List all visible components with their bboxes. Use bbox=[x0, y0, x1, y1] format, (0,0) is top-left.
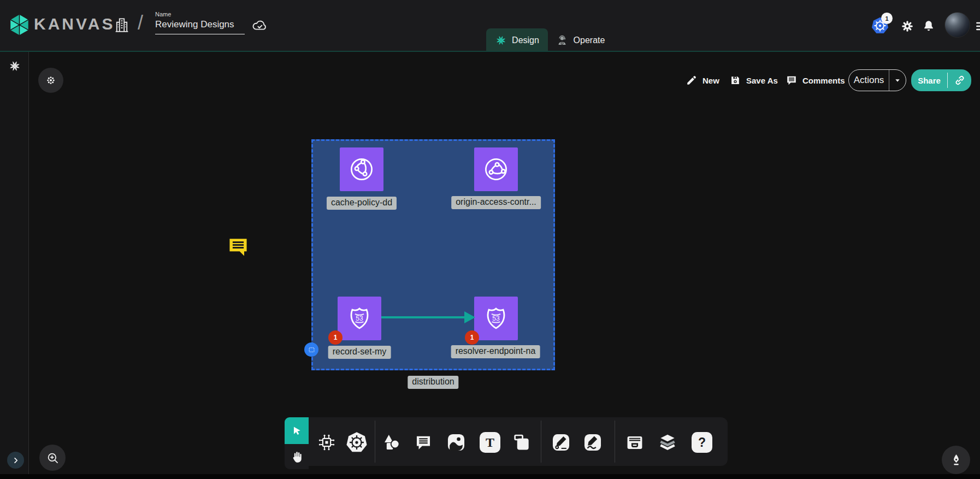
pencil-new-icon bbox=[686, 74, 698, 86]
actions-split-button[interactable]: Actions bbox=[848, 69, 906, 91]
dock-tool-column bbox=[285, 417, 309, 469]
actions-dropdown-toggle[interactable] bbox=[889, 70, 906, 91]
edge-arrowhead bbox=[464, 311, 475, 323]
shapes-icon bbox=[381, 432, 402, 453]
share-split-button[interactable]: Share bbox=[911, 69, 971, 91]
tab-operate[interactable]: Operate bbox=[550, 28, 611, 52]
help-icon: ? bbox=[692, 432, 712, 453]
menu-hamburger-icon[interactable] bbox=[975, 19, 980, 33]
pen-mode-button[interactable] bbox=[942, 446, 970, 474]
name-field-label: Name bbox=[155, 11, 245, 17]
issue-badge-resolver[interactable]: 1 bbox=[465, 330, 479, 345]
kanvas-app: KANVAS / Name Reviewing Designs Design O… bbox=[0, 0, 980, 479]
new-button[interactable]: New bbox=[686, 69, 719, 91]
comments-button[interactable]: Comments bbox=[786, 69, 845, 91]
tab-design[interactable]: Design bbox=[486, 28, 548, 52]
layers-icon bbox=[657, 431, 678, 453]
canvas-comment-marker[interactable] bbox=[226, 235, 251, 259]
cloudfront-globe-icon bbox=[481, 154, 511, 185]
window-bottom-strip bbox=[0, 474, 980, 479]
notification-count-badge: 1 bbox=[881, 13, 893, 24]
magnifier-plus-icon bbox=[45, 451, 60, 465]
hand-icon bbox=[290, 450, 304, 464]
section-tool-button[interactable] bbox=[511, 432, 532, 453]
tab-design-label: Design bbox=[512, 36, 539, 45]
pen-path-tool-button[interactable] bbox=[551, 432, 571, 453]
dock-divider bbox=[615, 421, 615, 463]
text-tool-button[interactable]: T bbox=[480, 432, 500, 453]
pen-nib-icon bbox=[949, 453, 964, 468]
link-icon bbox=[954, 74, 966, 86]
zoom-in-button[interactable] bbox=[39, 445, 66, 471]
shapes-tool-button[interactable] bbox=[381, 432, 402, 453]
comment-bubble-icon bbox=[414, 433, 433, 452]
comments-label: Comments bbox=[802, 76, 845, 85]
dashed-square-icon bbox=[308, 346, 316, 354]
chip-circuit-icon bbox=[316, 432, 337, 453]
notifications-bell-icon[interactable] bbox=[922, 19, 936, 33]
save-as-button[interactable]: Save As bbox=[729, 69, 778, 91]
copy-link-button[interactable] bbox=[948, 69, 971, 91]
layers-button[interactable] bbox=[657, 431, 678, 453]
image-icon bbox=[446, 432, 467, 453]
design-tab-icon bbox=[495, 34, 507, 46]
group-label-distribution[interactable]: distribution bbox=[408, 376, 458, 389]
pencil-scribble-icon bbox=[582, 432, 603, 453]
node-label-cache-policy[interactable]: cache-policy-dd bbox=[327, 197, 397, 210]
organization-icon[interactable] bbox=[113, 15, 131, 34]
user-avatar[interactable] bbox=[944, 12, 970, 38]
route53-shield-icon bbox=[482, 305, 510, 332]
archive-drawer-button[interactable] bbox=[624, 432, 645, 453]
caret-down-icon bbox=[893, 75, 902, 85]
select-tool-button[interactable] bbox=[285, 417, 309, 444]
breadcrumb-separator: / bbox=[138, 11, 143, 34]
node-label-record-set[interactable]: record-set-my bbox=[328, 346, 391, 359]
comment-bubble-icon bbox=[786, 74, 798, 86]
cloudfront-globe-icon bbox=[347, 155, 376, 184]
dock-divider bbox=[541, 421, 541, 463]
sidebar-expand-button[interactable] bbox=[7, 452, 24, 469]
node-label-resolver[interactable]: resolver-endpoint-na bbox=[451, 345, 540, 358]
app-header: KANVAS / Name Reviewing Designs Design O… bbox=[0, 0, 980, 52]
edge-record-to-resolver[interactable] bbox=[381, 316, 464, 318]
meshery-pinwheel-icon[interactable] bbox=[8, 60, 21, 73]
route53-shield-icon bbox=[346, 305, 373, 332]
issue-badge-record-set[interactable]: 1 bbox=[328, 330, 343, 345]
burst-settings-icon bbox=[45, 74, 57, 86]
node-record-set[interactable]: 53 bbox=[338, 297, 381, 340]
cloud-saved-icon bbox=[251, 17, 268, 34]
floppy-save-icon bbox=[729, 74, 741, 86]
helm-wheel-icon bbox=[345, 431, 368, 454]
new-button-label: New bbox=[702, 76, 719, 85]
canvas-settings-button[interactable] bbox=[38, 68, 63, 93]
media-tool-button[interactable] bbox=[446, 432, 467, 453]
design-name-value[interactable]: Reviewing Designs bbox=[155, 19, 245, 30]
share-label[interactable]: Share bbox=[911, 69, 947, 91]
freehand-tool-button[interactable] bbox=[582, 432, 603, 453]
node-origin-access[interactable] bbox=[474, 147, 518, 191]
tab-operate-label: Operate bbox=[574, 36, 605, 45]
left-sidebar bbox=[0, 52, 29, 479]
comment-tool-button[interactable] bbox=[414, 433, 433, 452]
settings-gear-icon[interactable] bbox=[900, 19, 914, 33]
kanvas-logo-icon[interactable] bbox=[7, 13, 32, 37]
help-button[interactable]: ? bbox=[692, 432, 712, 453]
group-handle[interactable] bbox=[304, 342, 318, 357]
actions-label[interactable]: Actions bbox=[849, 70, 889, 91]
cursor-arrow-icon bbox=[291, 425, 303, 437]
node-cache-policy[interactable] bbox=[340, 147, 383, 191]
bottom-dock: T ? bbox=[309, 417, 728, 466]
save-as-label: Save As bbox=[746, 76, 778, 85]
pan-tool-button[interactable] bbox=[285, 444, 309, 469]
brand-name: KANVAS bbox=[34, 15, 115, 33]
pen-tool-icon bbox=[551, 432, 571, 453]
node-resolver-endpoint[interactable]: 53 bbox=[474, 297, 518, 340]
chevron-right-icon bbox=[11, 456, 21, 465]
design-name-field[interactable]: Name Reviewing Designs bbox=[155, 11, 245, 34]
node-label-origin-access[interactable]: origin-access-contr... bbox=[451, 196, 541, 209]
components-tool-button[interactable] bbox=[316, 432, 337, 453]
drawer-icon bbox=[624, 432, 645, 453]
text-tool-icon: T bbox=[480, 432, 500, 453]
kubernetes-tool-button[interactable] bbox=[345, 431, 368, 454]
note-section-icon bbox=[511, 432, 532, 453]
